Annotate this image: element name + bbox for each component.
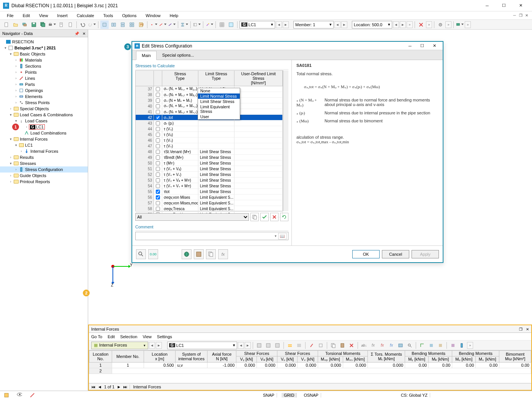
row-checkbox[interactable]	[154, 109, 162, 115]
row-checkbox[interactable]	[154, 183, 162, 189]
limit-stress-dropdown[interactable]: None Limit Normal Stress Limit Shear Str…	[198, 88, 240, 120]
menu-file[interactable]: File	[3, 13, 17, 19]
user-limit-cell[interactable]	[234, 126, 283, 132]
close-button[interactable]: ✕	[512, 0, 529, 11]
tree-basic-5[interactable]: Openings	[25, 88, 43, 93]
forces-table[interactable]: LocationNo. Member No. Locationx [m] Sys…	[89, 350, 531, 374]
status-grid[interactable]: GRID	[282, 393, 297, 397]
bp-last-icon[interactable]: ⏭	[123, 385, 127, 389]
user-limit-cell[interactable]	[234, 160, 283, 166]
dd-option-normal[interactable]: Limit Normal Stress	[198, 93, 240, 99]
view1-icon[interactable]	[100, 21, 109, 29]
undo-icon[interactable]	[79, 21, 87, 29]
user-limit-cell[interactable]	[234, 86, 283, 92]
bp-tb-3-icon[interactable]	[273, 341, 282, 350]
menu-insert[interactable]: Insert	[53, 13, 71, 19]
bp-fx3-icon[interactable]: fx	[387, 341, 396, 350]
stress-type-cell[interactable]: σₓ (N + Mᵤ + Mᵥ)	[162, 98, 198, 103]
tree-printout[interactable]: Printout Reports	[20, 179, 50, 184]
limit-cell[interactable]	[198, 120, 234, 126]
stress-type-cell[interactable]: σeqv,Tresca	[162, 206, 198, 212]
print-icon[interactable]	[48, 21, 56, 29]
tree-special[interactable]: Special Objects	[20, 106, 49, 111]
row-checkbox[interactable]	[154, 115, 162, 120]
dd-option-equiv[interactable]: Limit Equivalent Stress	[198, 104, 240, 114]
stress-type-cell[interactable]: σₓ (N꜀ + Mᵧ,꜀ + M₂,꜀)	[162, 86, 198, 92]
bp-menu-edit[interactable]: Edit	[108, 334, 115, 339]
menu-edit[interactable]: Edit	[19, 13, 34, 19]
bp-tool-e-icon[interactable]	[458, 341, 466, 350]
user-limit-cell[interactable]	[234, 103, 283, 109]
stress-type-cell[interactable]: τtot	[162, 189, 198, 195]
redo-icon[interactable]	[88, 21, 96, 29]
user-limit-cell[interactable]	[234, 98, 283, 103]
bp-del-icon[interactable]	[347, 341, 356, 350]
view-quad-icon[interactable]	[128, 21, 136, 29]
tree-load-combos[interactable]: Load Combinations	[30, 131, 66, 135]
copy-config-icon[interactable]	[206, 249, 216, 259]
view-split-h-icon[interactable]	[119, 21, 127, 29]
refresh-icon[interactable]	[280, 213, 288, 221]
row-checkbox[interactable]	[154, 92, 162, 98]
table-scrollbar[interactable]	[283, 70, 288, 211]
status-snap[interactable]: SNAP	[261, 393, 277, 397]
stress-type-cell[interactable]: σₓ (N꜀ + Mᵤ,꜀ + Mᵥ,꜀)	[162, 103, 198, 109]
bp-abc-icon[interactable]: ab↓	[360, 341, 368, 350]
bp-lc-combo[interactable]: GLC1▾	[167, 342, 237, 349]
loc-more-button[interactable]: »	[407, 21, 413, 28]
tree-basic-7[interactable]: Stress Points	[25, 100, 50, 105]
table-row[interactable]: 1 1 0.500 u,v -1.000 0.0000.000 0.0000.0…	[89, 363, 531, 368]
limit-cell[interactable]: Limit Shear Stress	[198, 149, 234, 155]
row-checkbox[interactable]	[154, 138, 162, 143]
tree-file[interactable]: Beispiel 3.rsc* | 2021	[14, 46, 56, 50]
tree-root[interactable]: RSECTION	[12, 40, 34, 44]
user-limit-cell[interactable]	[234, 195, 283, 200]
dialog-maximize-button[interactable]: ☐	[416, 42, 428, 50]
status-osnap[interactable]: OSNAP	[301, 393, 321, 397]
mdi-restore-icon[interactable]: ❐	[518, 13, 523, 18]
limit-cell[interactable]: Limit Shear Stress	[198, 172, 234, 177]
user-limit-cell[interactable]	[234, 92, 283, 98]
tree-basic-2[interactable]: Points	[25, 70, 37, 74]
menu-help[interactable]: Help	[166, 13, 182, 19]
stress-row[interactable]: 56 σeqv,von Mises Limit Equivalent S...	[136, 195, 283, 200]
tree-basic-objects[interactable]: Basic Objects	[20, 52, 45, 56]
bp-tool-a-icon[interactable]	[418, 341, 426, 350]
bp-tb-4-icon[interactable]	[286, 341, 294, 350]
stress-type-cell[interactable]: τSt.Venant (Mᴛ)	[162, 149, 198, 155]
display-icon[interactable]	[456, 21, 464, 29]
sb-line-icon[interactable]	[28, 391, 36, 399]
limit-cell[interactable]: Limit Shear Stress	[198, 160, 234, 166]
limit-cell[interactable]: Limit Equivalent S...	[198, 206, 234, 212]
stress-row[interactable]: 48 τSt.Venant (Mᴛ) Limit Shear Stress	[136, 149, 283, 155]
bp-restore-icon[interactable]: ❐	[519, 327, 522, 331]
limit-cell[interactable]: Limit Shear Stress	[198, 189, 234, 195]
more2-button[interactable]: »	[445, 21, 451, 28]
row-checkbox[interactable]	[154, 177, 162, 183]
row-checkbox[interactable]	[154, 166, 162, 172]
bp-tool-d-icon[interactable]	[449, 341, 457, 350]
new-file-icon[interactable]	[2, 21, 11, 29]
bp-img-icon[interactable]	[396, 341, 405, 350]
user-limit-cell[interactable]	[234, 206, 283, 212]
dd-option-user[interactable]: User	[198, 114, 240, 119]
bp-prev2-icon[interactable]: ◄	[98, 385, 102, 389]
menu-view[interactable]: View	[35, 13, 52, 19]
stress-row[interactable]: 52 τ (Vᵤ + Vᵥ) Limit Shear Stress	[136, 172, 283, 177]
limit-cell[interactable]	[198, 126, 234, 132]
nav-close-icon[interactable]: ✕	[82, 32, 86, 36]
stress-type-cell[interactable]: τ (Vᵤ + Vᵥ)	[162, 172, 198, 177]
row-checkbox[interactable]	[154, 206, 162, 212]
limit-cell[interactable]: Limit Equivalent S...	[198, 195, 234, 200]
func-icon[interactable]: fx	[218, 249, 228, 259]
bp-mag-icon[interactable]	[405, 341, 414, 350]
user-limit-cell[interactable]	[234, 172, 283, 177]
stress-type-cell[interactable]: τ (Vᵤ)	[162, 138, 198, 143]
view-split-v-icon[interactable]	[109, 21, 118, 29]
tree-basic-3[interactable]: Lines	[25, 76, 35, 81]
adjust-icon[interactable]	[193, 21, 201, 29]
user-limit-cell[interactable]	[234, 183, 283, 189]
user-limit-cell[interactable]	[234, 189, 283, 195]
stress-row[interactable]: 47 τ (Vᵥ)	[136, 143, 283, 149]
stress-row[interactable]: 43 σᵣ (pᵢ)	[136, 120, 283, 126]
